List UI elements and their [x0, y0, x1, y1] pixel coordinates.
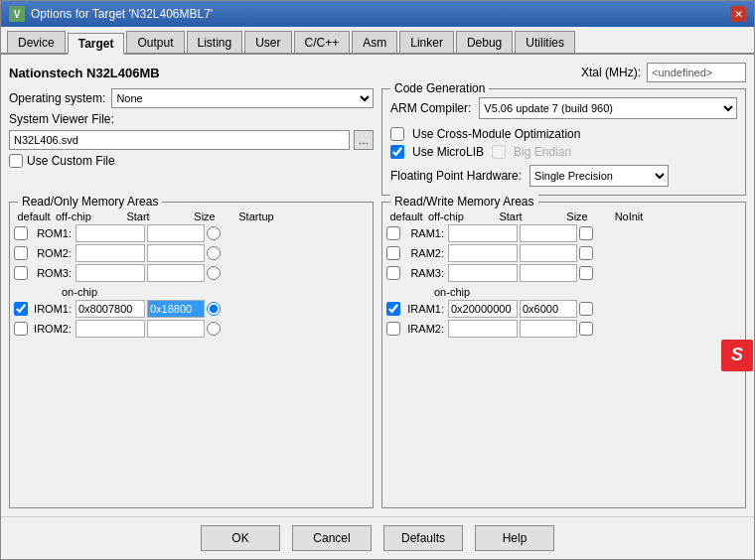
tab-bar: Device Target Output Listing User C/C++ …	[1, 27, 754, 55]
irom2-default-checkbox[interactable]	[14, 322, 28, 336]
ram1-default-checkbox[interactable]	[386, 226, 400, 240]
microlib-label: Use MicroLIB	[412, 145, 484, 159]
rom3-row: ROM3:	[14, 264, 369, 282]
ram2-default-checkbox[interactable]	[386, 246, 400, 260]
use-custom-file-label: Use Custom File	[27, 154, 115, 168]
opt-row: Use Cross-Module Optimization	[390, 127, 737, 141]
ok-button[interactable]: OK	[201, 525, 280, 551]
microlib-checkbox[interactable]	[390, 145, 404, 159]
irom1-default-checkbox[interactable]	[14, 302, 28, 316]
ram2-start-input[interactable]	[448, 244, 518, 262]
ram2-row: RAM2:	[386, 244, 741, 262]
svf-label-row: System Viewer File:	[9, 112, 374, 126]
defaults-button[interactable]: Defaults	[383, 525, 463, 551]
irom1-start-input[interactable]	[76, 300, 145, 318]
iram2-size-input[interactable]	[520, 320, 577, 338]
microlib-row: Use MicroLIB Big Endian	[390, 145, 737, 159]
scooter-logo: S	[721, 340, 753, 371]
rw-header-start: Start	[476, 210, 545, 222]
cross-module-opt-label: Use Cross-Module Optimization	[412, 127, 580, 141]
ram3-row: RAM3:	[386, 264, 741, 282]
tab-output[interactable]: Output	[126, 31, 184, 53]
rom1-startup-radio[interactable]	[207, 226, 221, 240]
ram1-start-input[interactable]	[448, 224, 518, 242]
iram1-default-checkbox[interactable]	[386, 302, 400, 316]
tab-utilities[interactable]: Utilities	[515, 31, 575, 53]
tab-linker[interactable]: Linker	[399, 31, 454, 53]
iram2-noinit-checkbox[interactable]	[579, 322, 593, 336]
ram1-size-input[interactable]	[520, 224, 577, 242]
rom3-size-input[interactable]	[147, 264, 205, 282]
tab-device[interactable]: Device	[7, 31, 66, 53]
ram3-label: RAM3:	[402, 267, 446, 279]
help-button[interactable]: Help	[475, 525, 554, 551]
ram3-default-checkbox[interactable]	[386, 266, 400, 280]
tab-user[interactable]: User	[244, 31, 291, 53]
cross-module-opt-checkbox[interactable]	[390, 127, 404, 141]
iram2-label: IRAM2:	[402, 323, 446, 335]
tab-asm[interactable]: Asm	[352, 31, 397, 53]
rw-header-default: default	[386, 210, 426, 222]
irom1-size-input[interactable]	[147, 300, 205, 318]
iram1-start-input[interactable]	[448, 300, 518, 318]
compiler-select[interactable]: V5.06 update 7 (build 960)	[479, 97, 737, 119]
rw-header-size: Size	[547, 210, 607, 222]
cancel-button[interactable]: Cancel	[292, 525, 372, 551]
compiler-row: ARM Compiler: V5.06 update 7 (build 960)	[390, 97, 737, 119]
rom3-start-input[interactable]	[76, 264, 145, 282]
irom1-row: IROM1:	[14, 300, 369, 318]
rom2-row: ROM2:	[14, 244, 369, 262]
rom2-size-input[interactable]	[147, 244, 205, 262]
close-button[interactable]: ✕	[730, 6, 746, 22]
irom2-start-input[interactable]	[76, 320, 145, 338]
os-select[interactable]: None	[111, 88, 374, 108]
rom3-default-checkbox[interactable]	[14, 266, 28, 280]
iram2-start-input[interactable]	[448, 320, 518, 338]
device-name: Nationstech N32L406MB	[9, 66, 160, 80]
big-endian-label: Big Endian	[514, 145, 571, 159]
read-write-memory-box: Read/Write Memory Areas S default off-ch…	[381, 202, 746, 508]
irom1-label: IROM1:	[30, 303, 74, 315]
code-gen-box: Code Generation ARM Compiler: V5.06 upda…	[381, 88, 746, 196]
tab-debug[interactable]: Debug	[456, 31, 513, 53]
fp-select[interactable]: Not Used Single Precision Double Precisi…	[529, 165, 669, 187]
irom1-startup-radio[interactable]	[207, 302, 221, 316]
ram3-size-input[interactable]	[520, 264, 577, 282]
rom2-start-input[interactable]	[76, 244, 145, 262]
iram1-size-input[interactable]	[520, 300, 577, 318]
rom1-label: ROM1:	[30, 227, 74, 239]
rw-header-noinit: NoInit	[609, 210, 649, 222]
svf-input[interactable]	[9, 130, 350, 150]
os-row: Operating system: None	[9, 88, 374, 108]
rom1-default-checkbox[interactable]	[14, 226, 28, 240]
tab-target[interactable]: Target	[68, 33, 125, 55]
svf-browse-button[interactable]: …	[354, 130, 374, 150]
rom1-size-input[interactable]	[147, 224, 205, 242]
tab-cpp[interactable]: C/C++	[294, 31, 351, 53]
xtal-label: Xtal (MHz):	[581, 66, 641, 79]
iram2-default-checkbox[interactable]	[386, 322, 400, 336]
ram3-start-input[interactable]	[448, 264, 518, 282]
rom2-default-checkbox[interactable]	[14, 246, 28, 260]
ram1-row: RAM1:	[386, 224, 741, 242]
irom2-startup-radio[interactable]	[207, 322, 221, 336]
iram1-noinit-checkbox[interactable]	[579, 302, 593, 316]
rom3-startup-radio[interactable]	[207, 266, 221, 280]
rom1-start-input[interactable]	[76, 224, 145, 242]
ram2-noinit-checkbox[interactable]	[579, 246, 593, 260]
irom2-size-input[interactable]	[147, 320, 205, 338]
code-gen-panel: Code Generation ARM Compiler: V5.06 upda…	[381, 88, 746, 196]
iram1-label: IRAM1:	[402, 303, 446, 315]
rom2-startup-radio[interactable]	[207, 246, 221, 260]
ram1-noinit-checkbox[interactable]	[579, 226, 593, 240]
rom1-row: ROM1:	[14, 224, 369, 242]
tab-listing[interactable]: Listing	[187, 31, 243, 53]
ro-header-startup: Startup	[236, 210, 276, 222]
xtal-input[interactable]	[647, 63, 746, 82]
ram3-noinit-checkbox[interactable]	[579, 266, 593, 280]
big-endian-checkbox[interactable]	[492, 145, 506, 159]
ram2-size-input[interactable]	[520, 244, 577, 262]
memory-areas: Read/Only Memory Areas default off-chip …	[9, 202, 746, 508]
ro-header-start: Start	[103, 210, 173, 222]
use-custom-file-checkbox[interactable]	[9, 154, 23, 168]
